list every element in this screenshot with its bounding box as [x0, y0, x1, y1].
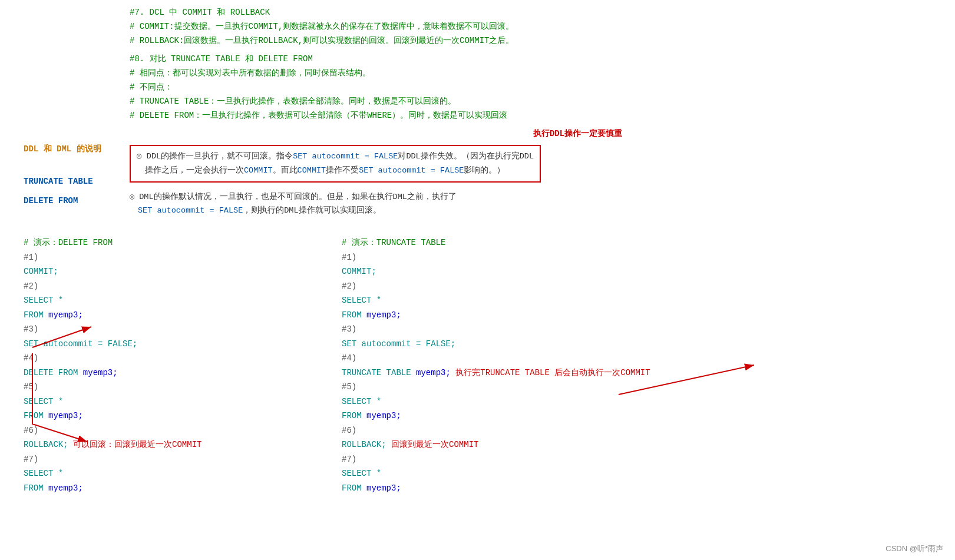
left-rollback: ROLLBACK; 可以回滚：回滚到最近一次COMMIT: [24, 438, 306, 452]
right-code-block: # 演示：TRUNCATE TABLE #1) COMMIT; #2) SELE…: [342, 236, 943, 495]
ddl-dml-title: DDL 和 DML 的说明: [24, 144, 101, 154]
top-line7: # TRUNCATE TABLE：一旦执行此操作，表数据全部清除。同时，数据是不…: [130, 95, 943, 109]
right-line-4: #4): [342, 351, 943, 366]
top-line4: #8. 对比 TRUNCATE TABLE 和 DELETE FROM: [130, 52, 943, 67]
bottom-section: # 演示：DELETE FROM #1) COMMIT; #2) SELECT …: [24, 236, 943, 495]
right-title: # 演示：TRUNCATE TABLE: [342, 236, 943, 250]
left-set: SET autocommit = FALSE;: [24, 337, 306, 352]
middle-section: 执行DDL操作一定要慎重 DDL 和 DML 的说明 TRUNCATE TABL…: [24, 128, 943, 218]
right-line-3: #3): [342, 322, 943, 337]
right-line-1: #1): [342, 250, 943, 265]
left-delete: DELETE FROM myemp3;: [24, 366, 306, 380]
main-container: #7. DCL 中 COMMIT 和 ROLLBACK # COMMIT:提交数…: [0, 0, 955, 507]
dml-line1: DML的操作默认情况，一旦执行，也是不可回滚的。但是，如果在执行DML之前，执行…: [139, 193, 457, 201]
truncate-label: TRUNCATE TABLE: [24, 177, 93, 186]
delete-from-label: DELETE FROM: [24, 196, 78, 206]
dml-row: ◎ DML的操作默认情况，一旦执行，也是不可回滚的。但是，如果在执行DML之前，…: [130, 191, 943, 218]
ddl-circle: ◎: [137, 151, 147, 161]
right-set: SET autocommit = FALSE;: [342, 337, 943, 352]
left-line-2: #2): [24, 279, 306, 294]
right-line-6: #6): [342, 423, 943, 438]
right-from3: FROM myemp3;: [342, 481, 943, 496]
left-commit: COMMIT;: [24, 264, 306, 279]
left-select2: SELECT *: [24, 395, 306, 409]
right-select3: SELECT *: [342, 466, 943, 481]
right-truncate: TRUNCATE TABLE myemp3; 执行完TRUNCATE TABLE…: [342, 366, 943, 380]
top-line8: # DELETE FROM：一旦执行此操作，表数据可以全部清除（不带WHERE）…: [130, 109, 943, 123]
red-title: 执行DDL操作一定要慎重: [212, 128, 943, 139]
dml-text-block: ◎ DML的操作默认情况，一旦执行，也是不可回滚的。但是，如果在执行DML之前，…: [130, 191, 457, 218]
right-rollback: ROLLBACK; 回滚到最近一次COMMIT: [342, 438, 943, 452]
right-from2: FROM myemp3;: [342, 409, 943, 423]
left-line-6: #6): [24, 423, 306, 438]
left-code-block: # 演示：DELETE FROM #1) COMMIT; #2) SELECT …: [24, 236, 306, 495]
left-from3: FROM myemp3;: [24, 481, 306, 496]
ddl-line2: 操作之后，一定会执行一次COMMIT。而此COMMIT操作不受SET autoc…: [145, 166, 505, 175]
ddl-line1: DDL的操作一旦执行，就不可回滚。指令SET autocommit = FALS…: [147, 152, 534, 161]
right-line-7: #7): [342, 452, 943, 467]
left-select3: SELECT *: [24, 466, 306, 481]
right-select1: SELECT *: [342, 293, 943, 308]
right-commit: COMMIT;: [342, 264, 943, 279]
top-line5: # 相同点：都可以实现对表中所有数据的删除，同时保留表结构。: [130, 67, 943, 81]
top-line6: # 不同点：: [130, 81, 943, 95]
right-line-5: #5): [342, 380, 943, 395]
left-select1: SELECT *: [24, 293, 306, 308]
top-section: #7. DCL 中 COMMIT 和 ROLLBACK # COMMIT:提交数…: [130, 6, 943, 122]
right-from1: FROM myemp3;: [342, 308, 943, 323]
left-from2: FROM myemp3;: [24, 409, 306, 423]
top-line2: # COMMIT:提交数据。一旦执行COMMIT,则数据就被永久的保存在了数据库…: [130, 20, 943, 34]
left-title: # 演示：DELETE FROM: [24, 236, 306, 250]
ddl-label-area: DDL 和 DML 的说明 TRUNCATE TABLE: [24, 143, 130, 186]
left-line-4: #4): [24, 351, 306, 366]
right-select2: SELECT *: [342, 395, 943, 409]
csdn-watermark: CSDN @听*雨声: [885, 544, 943, 554]
left-line-5: #5): [24, 380, 306, 395]
left-line-1: #1): [24, 250, 306, 265]
top-line3: # ROLLBACK:回滚数据。一旦执行ROLLBACK,则可以实现数据的回滚。…: [130, 34, 943, 48]
top-line1: #7. DCL 中 COMMIT 和 ROLLBACK: [130, 6, 943, 20]
left-from1: FROM myemp3;: [24, 308, 306, 323]
left-line-7: #7): [24, 452, 306, 467]
dml-line2b: ，则执行的DML操作就可以实现回滚。: [243, 206, 381, 215]
dml-line2a: SET autocommit = FALSE: [138, 206, 243, 215]
left-line-3: #3): [24, 322, 306, 337]
right-line-2: #2): [342, 279, 943, 294]
ddl-dml-row: DDL 和 DML 的说明 TRUNCATE TABLE ◎ DDL的操作一旦执…: [24, 143, 943, 218]
ddl-red-box: ◎ DDL的操作一旦执行，就不可回滚。指令SET autocommit = FA…: [130, 145, 541, 183]
dml-content: ◎ DML的操作默认情况，一旦执行，也是不可回滚的。但是，如果在执行DML之前，…: [130, 191, 457, 218]
ddl-content-area: ◎ DDL的操作一旦执行，就不可回滚。指令SET autocommit = FA…: [130, 143, 943, 218]
